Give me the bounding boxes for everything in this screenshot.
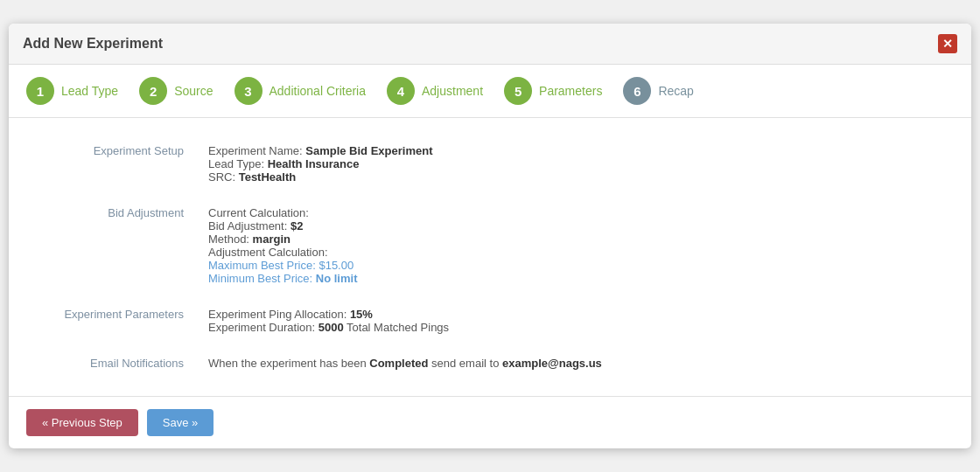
step-5-circle: 5 (504, 77, 532, 105)
recap-table: Experiment Setup Experiment Name: Sample… (44, 139, 936, 375)
step-6-circle: 6 (623, 77, 651, 105)
step-5-label: Parameters (539, 84, 602, 98)
ping-allocation-value: 15% (350, 308, 373, 321)
step-4-label: Adjustment (422, 84, 483, 98)
step-3-label: Additional Criteria (270, 84, 367, 98)
bid-adj-value: $2 (290, 219, 303, 233)
current-calc-text: Current Calculation: (208, 206, 309, 219)
bid-adjustment-label: Bid Adjustment (44, 201, 201, 290)
step-2[interactable]: 2 Source (139, 77, 213, 105)
save-button[interactable]: Save » (147, 409, 214, 436)
step-4-circle: 4 (387, 77, 415, 105)
steps-nav: 1 Lead Type 2 Source 3 Additional Criter… (9, 65, 971, 118)
duration-value: 5000 (318, 321, 344, 334)
bid-adjustment-value: Current Calculation: Bid Adjustment: $2 … (201, 201, 936, 290)
experiment-parameters-row: Experiment Parameters Experiment Ping Al… (44, 302, 936, 339)
lead-type-prefix: Lead Type: (208, 157, 268, 170)
close-button[interactable]: ✕ (938, 34, 957, 53)
step-4[interactable]: 4 Adjustment (387, 77, 483, 105)
adj-calc-text: Adjustment Calculation: (208, 246, 328, 259)
experiment-parameters-value: Experiment Ping Allocation: 15% Experime… (201, 302, 936, 339)
step-2-label: Source (174, 84, 213, 98)
experiment-setup-value: Experiment Name: Sample Bid Experiment L… (201, 139, 936, 189)
step-5[interactable]: 5 Parameters (504, 77, 602, 105)
src-prefix: SRC: (208, 170, 239, 184)
experiment-parameters-label: Experiment Parameters (44, 302, 201, 339)
bid-adjustment-row: Bid Adjustment Current Calculation: Bid … (44, 201, 936, 290)
duration-prefix: Experiment Duration: (208, 321, 318, 334)
step-3[interactable]: 3 Additional Criteria (234, 77, 367, 105)
modal-footer: « Previous Step Save » (9, 396, 971, 448)
step-1[interactable]: 1 Lead Type (26, 77, 118, 105)
experiment-setup-row: Experiment Setup Experiment Name: Sample… (44, 139, 936, 189)
prev-step-button[interactable]: « Previous Step (26, 409, 138, 436)
email-notifications-value: When the experiment has been Completed s… (201, 351, 936, 375)
email-address: example@nags.us (502, 357, 602, 370)
experiment-setup-label: Experiment Setup (44, 139, 201, 189)
bid-adj-prefix: Bid Adjustment: (208, 219, 290, 233)
method-value: margin (253, 233, 290, 246)
experiment-name-value: Sample Bid Experiment (305, 144, 432, 157)
step-3-circle: 3 (234, 77, 262, 105)
min-best-price-prefix: Minimum Best Price: (208, 272, 316, 285)
step-6-label: Recap (658, 84, 693, 98)
email-notifications-row: Email Notifications When the experiment … (44, 351, 936, 375)
content-area: Experiment Setup Experiment Name: Sample… (9, 118, 971, 396)
email-text-after: send email to (428, 357, 502, 370)
ping-allocation-prefix: Experiment Ping Allocation: (208, 308, 350, 321)
email-completed: Completed (369, 357, 428, 370)
modal-header: Add New Experiment ✕ (9, 24, 971, 65)
modal-title: Add New Experiment (23, 36, 163, 52)
email-notifications-label: Email Notifications (44, 351, 201, 375)
experiment-name-prefix: Experiment Name: (208, 144, 305, 157)
max-best-price-value: $15.00 (318, 259, 354, 272)
email-text-before: When the experiment has been (208, 357, 369, 370)
step-1-label: Lead Type (61, 84, 118, 98)
step-1-circle: 1 (26, 77, 54, 105)
method-prefix: Method: (208, 233, 253, 246)
add-experiment-modal: Add New Experiment ✕ 1 Lead Type 2 Sourc… (9, 24, 971, 448)
min-best-price-value: No limit (316, 272, 358, 285)
step-2-circle: 2 (139, 77, 167, 105)
max-best-price-prefix: Maximum Best Price: (208, 259, 318, 272)
duration-suffix: Total Matched Pings (344, 321, 449, 334)
src-value: TestHealth (239, 170, 297, 184)
step-6[interactable]: 6 Recap (623, 77, 693, 105)
lead-type-value: Health Insurance (268, 157, 360, 170)
